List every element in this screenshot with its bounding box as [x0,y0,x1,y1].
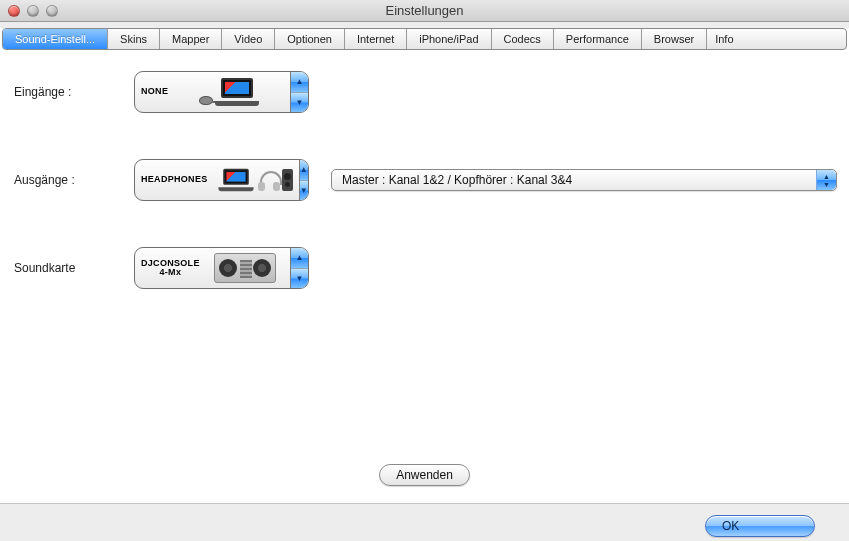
inputs-prev-button[interactable]: ▲ [291,72,308,93]
outputs-next-button[interactable]: ▼ [300,181,308,201]
inputs-label: Eingänge : [14,85,134,99]
tab-internet[interactable]: Internet [345,29,407,49]
inputs-device-icon [174,78,284,106]
tab-skins[interactable]: Skins [108,29,160,49]
tab-bar: Sound-Einstell... Skins Mapper Video Opt… [2,28,847,50]
outputs-label: Ausgänge : [14,173,134,187]
tab-codecs[interactable]: Codecs [492,29,554,49]
soundcard-next-button[interactable]: ▼ [291,269,308,289]
tab-browser[interactable]: Browser [642,29,707,49]
inputs-next-button[interactable]: ▼ [291,93,308,113]
tab-options[interactable]: Optionen [275,29,345,49]
tab-info[interactable]: Info [707,29,741,49]
tab-performance[interactable]: Performance [554,29,642,49]
tab-iphone-ipad[interactable]: iPhone/iPad [407,29,491,49]
ok-button[interactable]: OK [705,515,815,537]
outputs-prev-button[interactable]: ▲ [300,160,308,181]
inputs-device-selector[interactable]: NONE ▲ ▼ [134,71,309,113]
window-title: Einstellungen [0,3,849,18]
soundcard-device-name-2: 4-Mx [141,268,200,277]
dropdown-arrows-icon: ▲▼ [816,170,836,190]
tab-sound-settings[interactable]: Sound-Einstell... [3,29,108,49]
outputs-device-icon [214,166,293,194]
outputs-device-name: HEADPHONES [141,174,208,184]
soundcard-label: Soundkarte [14,261,134,275]
tab-video[interactable]: Video [222,29,275,49]
inputs-device-name: NONE [141,86,168,96]
apply-button[interactable]: Anwenden [379,464,470,486]
soundcard-prev-button[interactable]: ▲ [291,248,308,269]
soundcard-device-selector[interactable]: DJCONSOLE 4-Mx ▲ ▼ [134,247,309,289]
window-minimize-button[interactable] [27,5,39,17]
output-channel-value: Master : Kanal 1&2 / Kopfhörer : Kanal 3… [342,173,572,187]
outputs-device-selector[interactable]: HEADPHONES ▲ ▼ [134,159,309,201]
window-close-button[interactable] [8,5,20,17]
window-zoom-button[interactable] [46,5,58,17]
tab-mapper[interactable]: Mapper [160,29,222,49]
soundcard-device-icon [206,253,284,283]
output-channel-select[interactable]: Master : Kanal 1&2 / Kopfhörer : Kanal 3… [331,169,837,191]
